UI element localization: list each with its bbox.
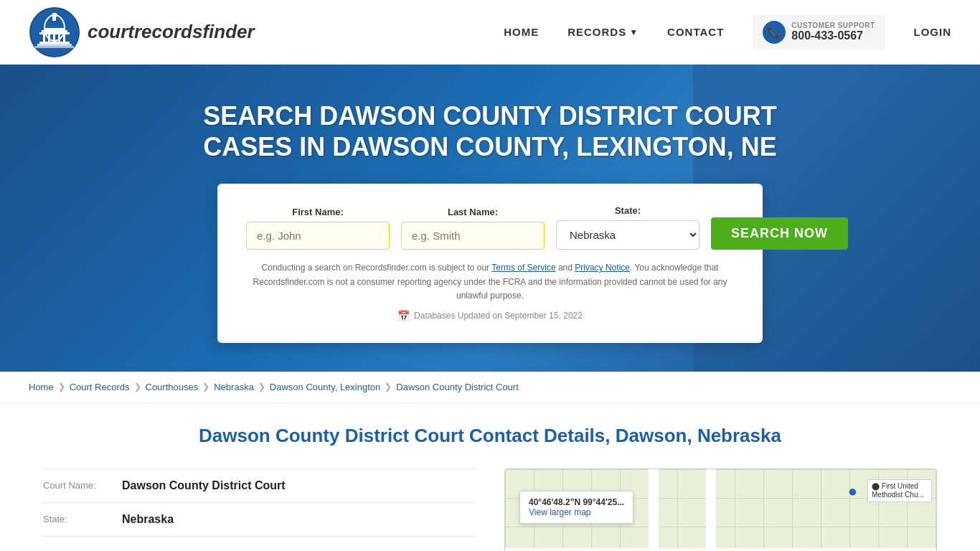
main-content: Dawson County District Court Contact Det… bbox=[0, 403, 980, 551]
site-header: courtrecordsfinder HOME RECORDS ▼ CONTAC… bbox=[0, 0, 980, 65]
map-road-vertical-2 bbox=[706, 469, 716, 551]
breadcrumb-sep-3: ❯ bbox=[202, 382, 209, 392]
breadcrumb-home[interactable]: Home bbox=[29, 382, 54, 392]
section-title: Dawson County District Court Contact Det… bbox=[43, 425, 937, 447]
breadcrumb-sep-5: ❯ bbox=[385, 382, 392, 392]
state-name-label: State: bbox=[43, 514, 115, 524]
map-area: 40°46'48.2"N 99°44'25... View larger map… bbox=[504, 468, 937, 551]
privacy-link[interactable]: Privacy Notice bbox=[575, 263, 630, 273]
detail-row-court-name: Court Name: Dawson County District Court bbox=[43, 468, 476, 503]
svg-rect-7 bbox=[53, 34, 55, 42]
breadcrumb-sep-2: ❯ bbox=[134, 382, 141, 392]
court-name-label: Court Name: bbox=[43, 480, 115, 491]
view-larger-map-link[interactable]: View larger map bbox=[529, 507, 590, 517]
disclaimer-text: Conducting a search on Recordsfinder.com… bbox=[246, 261, 734, 303]
state-name-value: Nebraska bbox=[122, 513, 174, 526]
search-button[interactable]: SEARCH NOW bbox=[711, 217, 848, 250]
svg-rect-10 bbox=[39, 42, 70, 44]
customer-support: 📞 CUSTOMER SUPPORT 800-433-0567 bbox=[753, 15, 885, 50]
svg-rect-2 bbox=[44, 28, 65, 30]
breadcrumb: Home ❯ Court Records ❯ Courthouses ❯ Neb… bbox=[0, 372, 980, 403]
first-name-input[interactable] bbox=[246, 222, 390, 250]
details-map-row: Court Name: Dawson County District Court… bbox=[43, 468, 937, 551]
svg-rect-8 bbox=[58, 34, 60, 42]
state-label: State: bbox=[556, 205, 699, 216]
chevron-down-icon: ▼ bbox=[629, 27, 639, 37]
map-road-vertical bbox=[649, 469, 659, 551]
last-name-input[interactable] bbox=[401, 222, 545, 250]
court-name-value: Dawson County District Court bbox=[122, 479, 286, 492]
breadcrumb-current: Dawson County District Court bbox=[396, 382, 519, 392]
breadcrumb-sep-4: ❯ bbox=[258, 382, 265, 392]
svg-rect-6 bbox=[48, 34, 50, 42]
state-group: State: AlabamaAlaskaArizonaArkansasCalif… bbox=[556, 205, 699, 250]
nav-home[interactable]: HOME bbox=[504, 26, 539, 38]
db-updated: 📅 Databases Updated on September 15, 202… bbox=[246, 310, 734, 321]
support-phone: 800-433-0567 bbox=[791, 29, 875, 42]
last-name-label: Last Name: bbox=[401, 207, 545, 217]
support-label: CUSTOMER SUPPORT bbox=[791, 22, 875, 29]
nav-contact[interactable]: CONTACT bbox=[667, 26, 724, 38]
first-name-group: First Name: bbox=[246, 207, 390, 250]
details-table: Court Name: Dawson County District Court… bbox=[43, 468, 476, 551]
last-name-group: Last Name: bbox=[401, 207, 545, 250]
phone-icon: 📞 bbox=[763, 21, 786, 44]
breadcrumb-court-records[interactable]: Court Records bbox=[70, 382, 130, 392]
main-nav: HOME RECORDS ▼ CONTACT 📞 CUSTOMER SUPPOR… bbox=[504, 15, 951, 50]
detail-row-state: State: Nebraska bbox=[43, 503, 476, 537]
first-name-label: First Name: bbox=[246, 207, 390, 217]
svg-rect-14 bbox=[35, 46, 74, 48]
nav-records[interactable]: RECORDS ▼ bbox=[567, 26, 639, 38]
svg-rect-5 bbox=[43, 34, 45, 42]
breadcrumb-courthouses[interactable]: Courthouses bbox=[146, 382, 199, 392]
nav-login[interactable]: LOGIN bbox=[914, 26, 952, 38]
search-box: First Name: Last Name: State: AlabamaAla… bbox=[217, 184, 763, 343]
page-title: SEARCH DAWSON COUNTY DISTRICT COURT CASE… bbox=[167, 100, 813, 162]
map-road-horizontal bbox=[505, 548, 936, 551]
calendar-icon: 📅 bbox=[397, 310, 410, 321]
breadcrumb-dawson-lexington[interactable]: Dawson County, Lexington bbox=[270, 382, 380, 392]
breadcrumb-nebraska[interactable]: Nebraska bbox=[214, 382, 254, 392]
logo[interactable]: courtrecordsfinder bbox=[29, 6, 255, 58]
terms-link[interactable]: Terms of Service bbox=[491, 263, 555, 273]
state-select[interactable]: AlabamaAlaskaArizonaArkansasCaliforniaCo… bbox=[556, 220, 699, 250]
svg-rect-13 bbox=[37, 44, 72, 46]
svg-rect-4 bbox=[39, 32, 70, 34]
map-pin-icon: ● bbox=[848, 482, 857, 501]
hero-section: SEARCH DAWSON COUNTY DISTRICT COURT CASE… bbox=[0, 65, 980, 372]
map-coords: 40°46'48.2"N 99°44'25... bbox=[529, 497, 624, 507]
breadcrumb-sep-1: ❯ bbox=[58, 382, 65, 392]
church-label: ⬤ First United Methodist Chu... bbox=[867, 479, 932, 502]
svg-point-12 bbox=[52, 13, 57, 17]
search-fields: First Name: Last Name: State: AlabamaAla… bbox=[246, 205, 734, 250]
svg-rect-9 bbox=[63, 34, 65, 42]
map-tooltip: 40°46'48.2"N 99°44'25... View larger map bbox=[519, 491, 633, 524]
map-placeholder: 40°46'48.2"N 99°44'25... View larger map… bbox=[504, 468, 937, 551]
svg-rect-3 bbox=[42, 30, 67, 32]
logo-icon bbox=[29, 6, 80, 58]
logo-text: courtrecordsfinder bbox=[88, 21, 255, 43]
